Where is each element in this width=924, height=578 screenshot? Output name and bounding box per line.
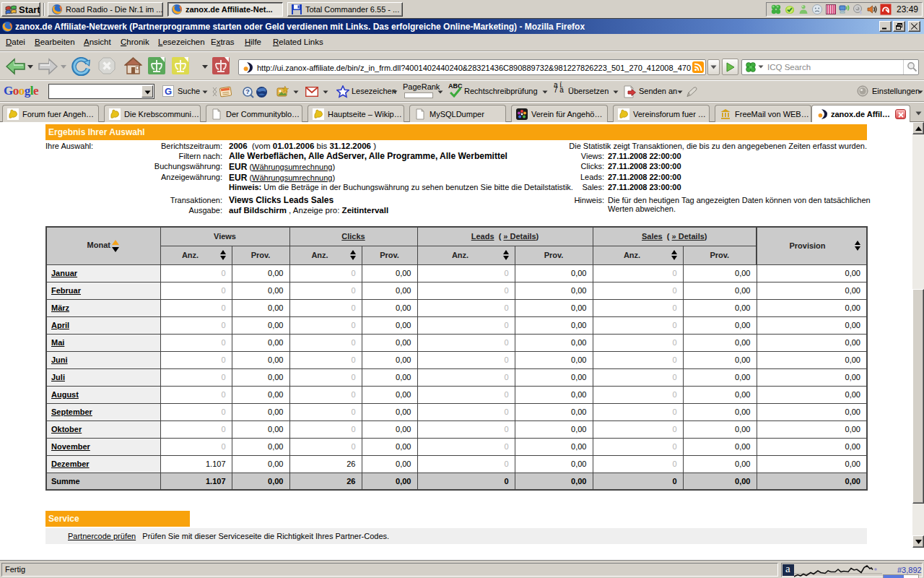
- svg-text:?: ?: [245, 88, 250, 95]
